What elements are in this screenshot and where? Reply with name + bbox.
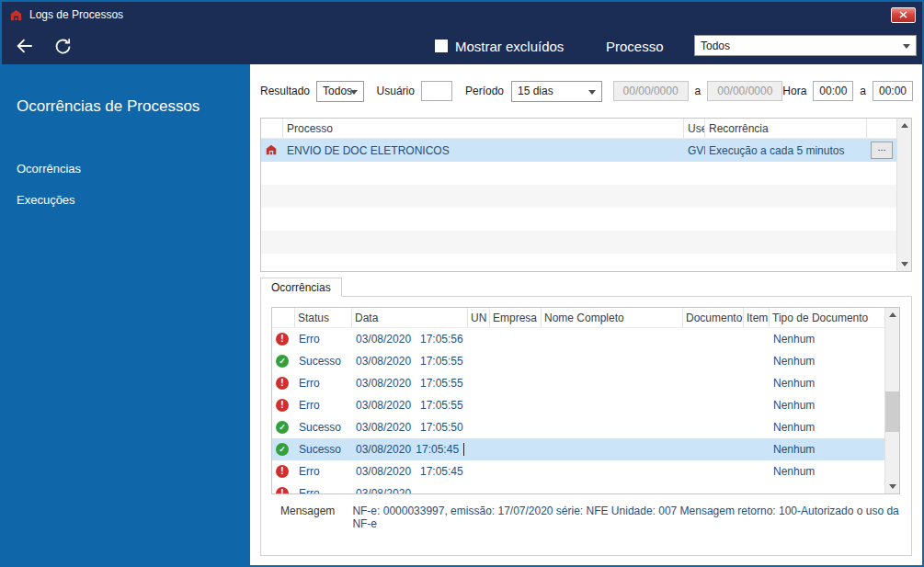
sidebar-item-ocorrencias[interactable]: Ocorrências: [17, 162, 81, 176]
process-row[interactable]: ENVIO DE DOC ELETRONICOS GVB Execução a …: [261, 139, 896, 162]
ocorrencias-tabpage: Status Data UN Empresa Nome Completo Doc…: [260, 296, 912, 556]
occurrence-grid-scrollbar[interactable]: [884, 308, 899, 493]
date-value: 03/08/2020: [356, 399, 420, 412]
status-icon-cell: [272, 438, 295, 460]
tipo-documento-cell: Nenhum: [770, 438, 884, 460]
close-button[interactable]: [891, 7, 916, 23]
tab-ocorrencias[interactable]: Ocorrências: [260, 278, 342, 297]
documento-cell: [683, 482, 744, 493]
un-cell: [468, 394, 490, 416]
scroll-up-button[interactable]: [885, 308, 899, 322]
documento-cell: [683, 350, 744, 372]
column-header-action: [867, 119, 896, 138]
item-cell: [744, 438, 770, 460]
scroll-down-button[interactable]: [897, 257, 911, 271]
empresa-cell: [490, 460, 542, 482]
status-cell: Erro: [295, 482, 352, 493]
occurrence-row[interactable]: Erro 03/08/2020: [272, 482, 884, 493]
status-icon-cell: [272, 350, 295, 372]
message-label: Mensagem: [280, 505, 335, 517]
status-icon: [276, 355, 289, 368]
scrollbar-track[interactable]: [897, 132, 911, 257]
sidebar-title: Ocorrências de Processos: [17, 97, 200, 116]
column-header-tipo-documento[interactable]: Tipo de Documento: [770, 308, 884, 327]
occurrence-row[interactable]: Erro 03/08/2020 17:05:56 Nenhum: [272, 328, 884, 350]
data-cell: 03/08/2020: [352, 482, 468, 493]
text-cursor: [463, 443, 464, 456]
nome-completo-cell: [542, 438, 683, 460]
occurrence-row[interactable]: Sucesso 03/08/2020 17:05:55 Nenhum: [272, 350, 884, 372]
date-value: 03/08/2020: [356, 421, 420, 434]
column-header-documento[interactable]: Documento: [683, 308, 744, 327]
refresh-button[interactable]: [53, 37, 73, 56]
scrollbar-track[interactable]: [885, 322, 899, 480]
titlebar: Logs de Processos: [2, 2, 922, 28]
process-icon: [265, 143, 279, 157]
process-grid-body: ENVIO DE DOC ELETRONICOS GVB Execução a …: [261, 139, 896, 271]
occurrence-row[interactable]: Erro 03/08/2020 17:05:55 Nenhum: [272, 394, 884, 416]
scrollbar-thumb[interactable]: [885, 391, 899, 432]
scroll-down-button[interactable]: [885, 480, 899, 493]
occurrence-row[interactable]: Erro 03/08/2020 17:05:55 Nenhum: [272, 372, 884, 394]
column-header-status[interactable]: Status: [295, 308, 352, 327]
documento-cell: [683, 438, 744, 460]
date-value: 03/08/2020: [356, 377, 420, 390]
documento-cell: [683, 372, 744, 394]
column-header-user[interactable]: User: [684, 119, 705, 138]
date-from-input[interactable]: [613, 81, 689, 101]
time-value: 17:05:55: [420, 377, 463, 390]
date-separator: a: [695, 85, 702, 97]
back-arrow-icon: [14, 36, 35, 56]
status-icon-cell: [272, 416, 295, 438]
column-header-recorrencia[interactable]: Recorrência: [705, 119, 867, 138]
item-cell: [744, 350, 770, 372]
column-header-empresa[interactable]: Empresa: [490, 308, 542, 327]
empresa-cell: [490, 328, 542, 350]
periodo-dropdown[interactable]: 15 dias: [511, 81, 602, 102]
occurrence-grid: Status Data UN Empresa Nome Completo Doc…: [271, 307, 900, 494]
arrow-down-icon: [889, 484, 896, 493]
occurrence-row[interactable]: Sucesso 03/08/2020 17:05:45 Nenhum: [272, 438, 884, 460]
status-cell: Sucesso: [295, 416, 352, 438]
data-cell: 03/08/2020 17:05:56: [352, 328, 468, 350]
resultado-dropdown[interactable]: Todos: [316, 81, 364, 102]
column-header-processo[interactable]: Processo: [283, 119, 684, 138]
column-header-un[interactable]: UN: [468, 308, 490, 327]
status-icon: [276, 377, 289, 390]
item-cell: [744, 394, 770, 416]
processo-filter-dropdown[interactable]: Todos: [694, 35, 917, 56]
item-cell: [744, 372, 770, 394]
hora-from-input[interactable]: [813, 81, 853, 101]
data-cell: 03/08/2020 17:05:45: [352, 460, 468, 482]
mostrar-excluidos-checkbox[interactable]: [435, 40, 448, 52]
mostrar-excluidos-label: Mostrar excluídos: [455, 39, 564, 54]
process-row-empty: [261, 162, 896, 185]
column-header-nome-completo[interactable]: Nome Completo: [542, 308, 683, 327]
un-cell: [468, 350, 490, 372]
occurrence-row[interactable]: Erro 03/08/2020 17:05:45 Nenhum: [272, 460, 884, 482]
tipo-documento-cell: Nenhum: [770, 350, 884, 372]
date-value: 03/08/2020: [356, 487, 420, 493]
occurrence-row[interactable]: Sucesso 03/08/2020 17:05:50 Nenhum: [272, 416, 884, 438]
hora-to-input[interactable]: [873, 81, 913, 101]
item-cell: [744, 460, 770, 482]
resultado-label: Resultado: [260, 85, 310, 97]
column-header-item[interactable]: Item: [744, 308, 770, 327]
empresa-cell: [490, 394, 542, 416]
status-icon-cell: [272, 460, 295, 482]
scroll-up-button[interactable]: [897, 119, 911, 132]
process-grid-scrollbar[interactable]: [896, 119, 911, 271]
data-cell: 03/08/2020 17:05:55: [352, 394, 468, 416]
status-cell: Sucesso: [295, 350, 352, 372]
status-cell: Erro: [295, 460, 352, 482]
message-text: NF-e: 0000033997, emissão: 17/07/2020 sé…: [352, 505, 900, 530]
status-icon: [276, 487, 289, 493]
status-icon: [276, 465, 289, 478]
column-header-data[interactable]: Data: [352, 308, 468, 327]
back-button[interactable]: [14, 36, 35, 56]
sidebar-item-execucoes[interactable]: Execuções: [17, 193, 75, 207]
row-more-button[interactable]: ...: [871, 142, 893, 159]
date-to-input[interactable]: [707, 81, 782, 101]
usuario-input[interactable]: [421, 81, 452, 101]
status-icon-cell: [272, 328, 295, 350]
